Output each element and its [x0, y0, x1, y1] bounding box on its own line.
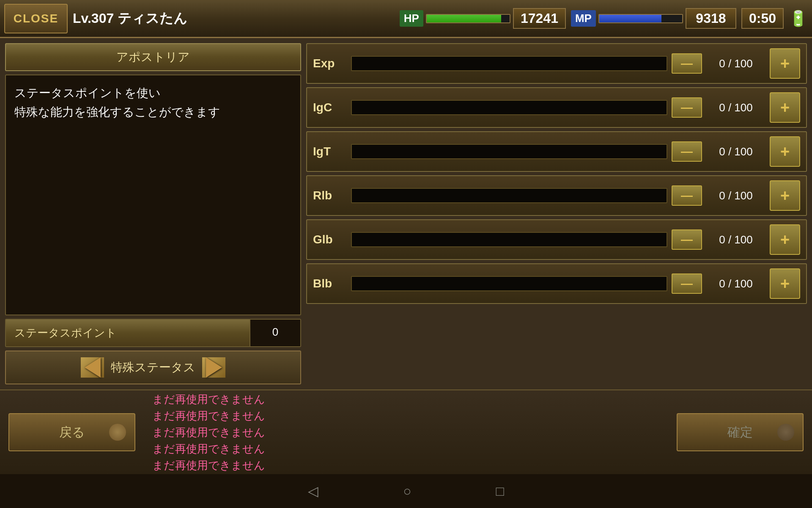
right-arrow-icon [206, 357, 222, 378]
stat-row-igt: IgT — 0 / 100 + [306, 131, 807, 172]
mp-container: MP 9318 [571, 8, 736, 29]
minus-btn-rlb[interactable]: — [672, 185, 702, 206]
stat-fraction-blb: 0 / 100 [706, 277, 765, 290]
stat-fraction-igt: 0 / 100 [706, 145, 765, 158]
confirm-button[interactable]: 確定 [677, 413, 804, 451]
description-line2: 特殊な能力を強化することができます [14, 103, 292, 122]
stat-fraction-rlb: 0 / 100 [706, 189, 765, 202]
minus-btn-exp[interactable]: — [672, 53, 702, 74]
stat-track-blb [351, 276, 667, 291]
back-button[interactable]: 戻る [8, 413, 135, 451]
hp-value: 17241 [513, 8, 566, 29]
minus-btn-igc[interactable]: — [672, 97, 702, 118]
stat-fraction-glb: 0 / 100 [706, 233, 765, 246]
stat-track-glb [351, 232, 667, 247]
minus-btn-igt[interactable]: — [672, 141, 702, 162]
plus-btn-blb[interactable]: + [770, 268, 800, 299]
stat-fraction-exp: 0 / 100 [706, 57, 765, 70]
minus-btn-glb[interactable]: — [672, 229, 702, 250]
status-points-row: ステータスポイント 0 [5, 319, 301, 347]
hp-bar-fill [427, 15, 501, 22]
stat-track-igc [351, 100, 667, 115]
hp-bar-track [426, 14, 510, 23]
main-content: アポストリア ステータスポイントを使い 特殊な能力を強化することができます ステ… [0, 38, 812, 389]
left-arrow-icon [85, 357, 101, 378]
stat-row-exp: Exp — 0 / 100 + [306, 43, 807, 84]
home-nav-icon[interactable]: ○ [403, 483, 411, 499]
stat-name-exp: Exp [313, 57, 347, 70]
battery-icon: 🔋 [789, 10, 808, 28]
plus-btn-igc[interactable]: + [770, 92, 800, 123]
mp-value: 9318 [686, 8, 736, 29]
mp-bar-track [598, 14, 683, 23]
stat-row-glb: Glb — 0 / 100 + [306, 219, 807, 260]
minus-btn-blb[interactable]: — [672, 273, 702, 294]
recent-nav-icon[interactable]: □ [496, 483, 504, 499]
stat-name-igc: IgC [313, 101, 347, 114]
plus-btn-rlb[interactable]: + [770, 180, 800, 211]
panel-title: アポストリア [5, 43, 301, 71]
prev-status-button[interactable] [81, 357, 104, 378]
stat-name-glb: Glb [313, 233, 347, 246]
notification-text: まだ再使用できません [152, 409, 660, 423]
hp-label: HP [400, 10, 423, 27]
notification-text: まだ再使用できません [152, 442, 660, 456]
mp-bar-fill [599, 15, 661, 22]
mp-label: MP [571, 10, 596, 27]
notification-text: まだ再使用できません [152, 425, 660, 440]
stat-name-igt: IgT [313, 145, 347, 158]
bottom-section: 戻る まだ再使用できませんまだ再使用できませんまだ再使用できませんまだ再使用でき… [0, 389, 812, 474]
stat-fraction-igc: 0 / 100 [706, 101, 765, 114]
top-bar: CLOSE Lv.307 ティスたん HP 17241 MP 9318 0:50… [0, 0, 812, 38]
description-box: ステータスポイントを使い 特殊な能力を強化することができます [5, 75, 301, 315]
notification-text: まだ再使用できません [152, 458, 660, 473]
special-status-row: 特殊ステータス [5, 351, 301, 384]
plus-btn-igt[interactable]: + [770, 136, 800, 167]
next-status-button[interactable] [202, 357, 225, 378]
stat-track-igt [351, 144, 667, 159]
right-panel: Exp — 0 / 100 + IgC — 0 / 100 + IgT — 0 … [306, 43, 807, 384]
notification-text: まだ再使用できません [152, 392, 660, 407]
player-name: Lv.307 ティスたん [73, 9, 395, 28]
stat-name-blb: Blb [313, 277, 347, 290]
stat-row-rlb: Rlb — 0 / 100 + [306, 175, 807, 216]
stat-name-rlb: Rlb [313, 189, 347, 202]
plus-btn-exp[interactable]: + [770, 48, 800, 79]
timer: 0:50 [741, 8, 784, 29]
left-panel: アポストリア ステータスポイントを使い 特殊な能力を強化することができます ステ… [5, 43, 301, 384]
stat-row-igc: IgC — 0 / 100 + [306, 87, 807, 128]
status-points-label: ステータスポイント [6, 320, 250, 346]
hp-container: HP 17241 [400, 8, 566, 29]
description-line1: ステータスポイントを使い [14, 84, 292, 103]
stat-track-exp [351, 56, 667, 71]
back-nav-icon[interactable]: ◁ [308, 483, 318, 499]
stat-row-blb: Blb — 0 / 100 + [306, 263, 807, 304]
stat-track-rlb [351, 188, 667, 203]
android-nav: ◁ ○ □ [0, 474, 812, 508]
status-points-value: 0 [250, 320, 300, 346]
plus-btn-glb[interactable]: + [770, 224, 800, 255]
special-status-label: 特殊ステータス [111, 359, 195, 375]
notification-area: まだ再使用できませんまだ再使用できませんまだ再使用できませんまだ再使用できません… [144, 392, 668, 473]
close-button[interactable]: CLOSE [4, 4, 68, 33]
